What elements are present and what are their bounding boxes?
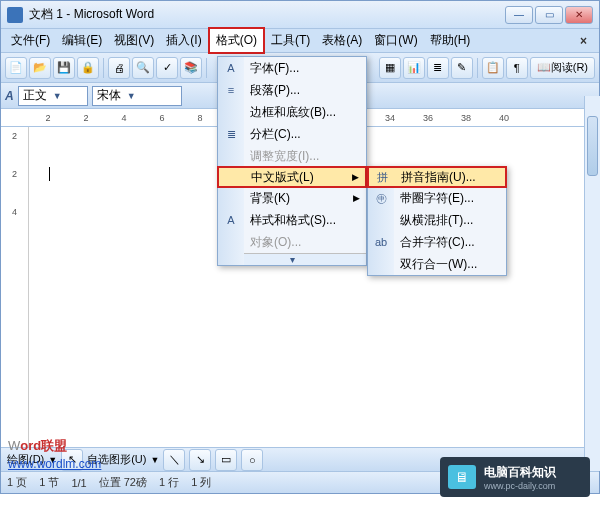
reading-button[interactable]: 📖 阅读(R) — [530, 57, 595, 79]
badge-text: 电脑百科知识 www.pc-daily.com — [484, 464, 556, 491]
menu-item-horizontal-vertical[interactable]: 纵横混排(T)... — [368, 209, 506, 231]
titlebar: 文档 1 - Microsoft Word — ▭ ✕ — [1, 1, 599, 29]
menubar: 文件(F) 编辑(E) 视图(V) 插入(I) 格式(O) 工具(T) 表格(A… — [1, 29, 599, 53]
watermark-link[interactable]: www.wordlm.com — [8, 457, 101, 471]
menu-format[interactable]: 格式(O) — [208, 27, 265, 54]
window-title: 文档 1 - Microsoft Word — [29, 6, 505, 23]
oval-icon[interactable]: ○ — [241, 449, 263, 471]
open-icon[interactable]: 📂 — [29, 57, 51, 79]
site-badge: 🖥 电脑百科知识 www.pc-daily.com — [440, 457, 590, 497]
text-cursor — [49, 167, 50, 181]
menu-item-chinese-layout[interactable]: 中文版式(L)▶ — [217, 166, 367, 188]
badge-url: www.pc-daily.com — [484, 481, 556, 491]
spell-icon[interactable]: ✓ — [156, 57, 178, 79]
style-icon[interactable]: A — [5, 89, 14, 103]
menu-tools[interactable]: 工具(T) — [265, 29, 316, 52]
research-icon[interactable]: 📚 — [180, 57, 202, 79]
font-combo[interactable]: 宋体 ▼ — [92, 86, 182, 106]
menu-item-combine-chars[interactable]: ab合并字符(C)... — [368, 231, 506, 253]
separator — [206, 58, 207, 78]
font-icon: A — [223, 60, 239, 76]
vertical-ruler[interactable]: 2 2 4 — [1, 127, 29, 447]
columns-icon[interactable]: ≣ — [427, 57, 449, 79]
paragraph-icon: ≡ — [223, 82, 239, 98]
print-icon[interactable]: 🖨 — [108, 57, 130, 79]
menu-item-enclosed-char[interactable]: ㊥带圈字符(E)... — [368, 187, 506, 209]
para-icon[interactable]: ¶ — [506, 57, 528, 79]
save-icon[interactable]: 💾 — [53, 57, 75, 79]
menu-view[interactable]: 视图(V) — [108, 29, 160, 52]
chinese-layout-submenu: 拼拼音指南(U)... ㊥带圈字符(E)... 纵横混排(T)... ab合并字… — [367, 166, 507, 276]
menu-item-columns[interactable]: ≣分栏(C)... — [218, 123, 366, 145]
menu-file[interactable]: 文件(F) — [5, 29, 56, 52]
badge-logo-icon: 🖥 — [448, 465, 476, 489]
rect-icon[interactable]: ▭ — [215, 449, 237, 471]
watermark-text: Word联盟 — [8, 437, 67, 455]
status-section: 1 节 — [39, 475, 59, 490]
status-page: 1 页 — [7, 475, 27, 490]
close-button[interactable]: ✕ — [565, 6, 593, 24]
arrow-icon[interactable]: ↘ — [189, 449, 211, 471]
menu-item-two-lines[interactable]: 双行合一(W)... — [368, 253, 506, 275]
new-doc-icon[interactable]: 📄 — [5, 57, 27, 79]
submenu-arrow-icon: ▶ — [352, 172, 359, 182]
menu-window[interactable]: 窗口(W) — [368, 29, 423, 52]
status-position: 位置 72磅 — [99, 475, 147, 490]
permission-icon[interactable]: 🔒 — [77, 57, 99, 79]
menu-item-adjust-width: 调整宽度(I)... — [218, 145, 366, 167]
menu-table[interactable]: 表格(A) — [316, 29, 368, 52]
vertical-scrollbar[interactable] — [584, 96, 600, 471]
excel-icon[interactable]: 📊 — [403, 57, 425, 79]
format-menu-dropdown: A字体(F)... ≡段落(P)... 边框和底纹(B)... ≣分栏(C)..… — [217, 56, 367, 266]
menu-item-borders[interactable]: 边框和底纹(B)... — [218, 101, 366, 123]
separator — [103, 58, 104, 78]
columns-icon: ≣ — [223, 126, 239, 142]
pinyin-icon: 拼 — [374, 169, 390, 185]
app-icon — [7, 7, 23, 23]
enclosed-icon: ㊥ — [373, 190, 389, 206]
chevron-down-icon: ▼ — [127, 91, 136, 101]
menu-item-object: 对象(O)... — [218, 231, 366, 253]
line-icon[interactable]: ＼ — [163, 449, 185, 471]
menu-item-paragraph[interactable]: ≡段落(P)... — [218, 79, 366, 101]
preview-icon[interactable]: 🔍 — [132, 57, 154, 79]
menu-item-pinyin-guide[interactable]: 拼拼音指南(U)... — [367, 166, 507, 188]
minimize-button[interactable]: — — [505, 6, 533, 24]
maximize-button[interactable]: ▭ — [535, 6, 563, 24]
status-line: 1 行 — [159, 475, 179, 490]
menu-help[interactable]: 帮助(H) — [424, 29, 477, 52]
docmap-icon[interactable]: 📋 — [482, 57, 504, 79]
submenu-arrow-icon: ▶ — [353, 193, 360, 203]
menu-edit[interactable]: 编辑(E) — [56, 29, 108, 52]
chevron-down-icon: ▼ — [150, 455, 159, 465]
badge-title: 电脑百科知识 — [484, 464, 556, 481]
table-icon[interactable]: ▦ — [379, 57, 401, 79]
chevron-down-icon: ▼ — [53, 91, 62, 101]
window-buttons: — ▭ ✕ — [505, 6, 593, 24]
style-value: 正文 — [23, 87, 47, 104]
drawing-icon[interactable]: ✎ — [451, 57, 473, 79]
menu-item-background[interactable]: 背景(K)▶ — [218, 187, 366, 209]
menu-item-font[interactable]: A字体(F)... — [218, 57, 366, 79]
combine-icon: ab — [373, 234, 389, 250]
separator — [477, 58, 478, 78]
scrollbar-thumb[interactable] — [587, 116, 598, 176]
styles-icon: A — [223, 212, 239, 228]
menu-insert[interactable]: 插入(I) — [160, 29, 207, 52]
doc-close-button[interactable]: × — [572, 34, 595, 48]
font-value: 宋体 — [97, 87, 121, 104]
status-col: 1 列 — [191, 475, 211, 490]
status-pages: 1/1 — [71, 477, 86, 489]
menu-item-styles[interactable]: A样式和格式(S)... — [218, 209, 366, 231]
style-combo[interactable]: 正文 ▼ — [18, 86, 88, 106]
